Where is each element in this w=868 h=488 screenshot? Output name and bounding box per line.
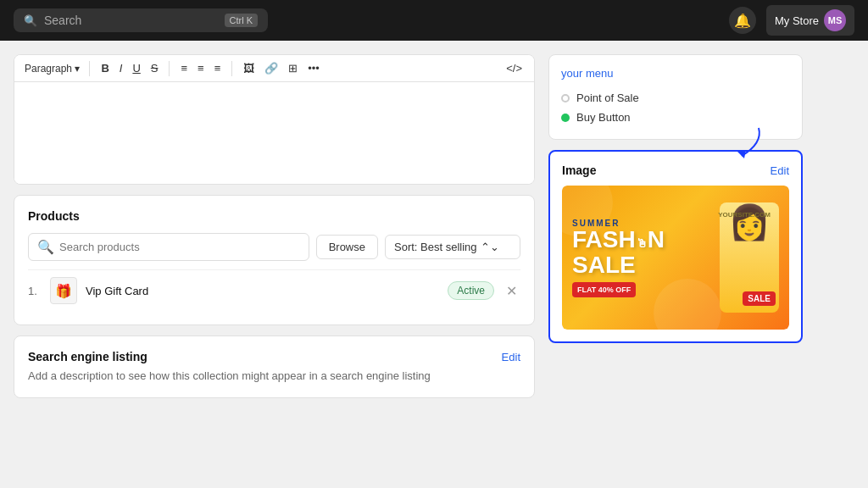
channel-status-dot-active xyxy=(561,114,570,122)
sort-selector[interactable]: Sort: Best selling ⌃⌄ xyxy=(385,235,520,259)
underline-button[interactable]: U xyxy=(129,60,143,76)
align-group: ≡ ≡ ≡ xyxy=(177,60,224,76)
banner-sale-text: SALE xyxy=(572,252,720,279)
insert-group: 🖼 🔗 ⊞ ••• xyxy=(240,60,323,76)
product-search-input-wrap[interactable]: 🔍 xyxy=(28,233,309,261)
svg-marker-0 xyxy=(737,150,746,158)
italic-button[interactable]: I xyxy=(116,60,126,76)
products-search-row: 🔍 Browse Sort: Best selling ⌃⌄ xyxy=(28,233,520,261)
product-thumbnail: 🎁 xyxy=(50,277,77,304)
products-section-title: Products xyxy=(28,209,520,223)
products-card: Products 🔍 Browse Sort: Best selling ⌃⌄ … xyxy=(14,195,535,325)
notifications-button[interactable]: 🔔 xyxy=(729,7,756,34)
fashion-text-part2: N xyxy=(648,226,665,252)
channel-name: Point of Sale xyxy=(576,92,639,104)
sort-chevron-icon: ⌃⌄ xyxy=(481,241,499,253)
bold-button[interactable]: B xyxy=(97,60,112,76)
banner-right-content: YOURSITE.COM 👩 SALE xyxy=(720,202,779,313)
left-panel: Paragraph ▾ B I U S ≡ ≡ ≡ 🖼 xyxy=(14,54,535,474)
browse-button[interactable]: Browse xyxy=(316,235,378,259)
seo-edit-link[interactable]: Edit xyxy=(502,351,520,363)
product-row: 1. 🎁 Vip Gift Card Active ✕ xyxy=(28,269,520,311)
image-preview-area: SUMMER FASH🖱N SALE FLAT 40% OFF YOURSITE… xyxy=(562,186,789,330)
channel-status-dot xyxy=(561,94,570,103)
remove-product-button[interactable]: ✕ xyxy=(503,283,520,299)
paragraph-group: Paragraph ▾ xyxy=(23,61,81,76)
global-search-bar[interactable]: 🔍 Search Ctrl K xyxy=(14,8,268,32)
banner-sale-badge: SALE xyxy=(743,291,776,306)
link-button[interactable]: 🔗 xyxy=(261,60,281,76)
right-panel: your menu Point of Sale Buy Button Image xyxy=(548,54,803,474)
search-shortcut: Ctrl K xyxy=(225,14,259,27)
product-number: 1. xyxy=(28,285,42,297)
nav-right-actions: 🔔 My Store MS xyxy=(729,5,854,36)
channel-name-buy: Buy Button xyxy=(576,111,631,124)
top-navigation: 🔍 Search Ctrl K 🔔 My Store MS xyxy=(0,0,868,41)
banner-url: YOURSITE.COM xyxy=(718,211,771,219)
toolbar-divider-2 xyxy=(169,61,170,76)
banner-image: SUMMER FASH🖱N SALE FLAT 40% OFF YOURSITE… xyxy=(562,186,789,330)
paragraph-selector[interactable]: Paragraph ▾ xyxy=(23,61,81,76)
align-right-button[interactable]: ≡ xyxy=(211,60,225,76)
image-insert-button[interactable]: 🖼 xyxy=(240,60,258,76)
more-button[interactable]: ••• xyxy=(304,60,323,76)
channel-item-buy: Buy Button xyxy=(561,108,790,127)
seo-card: Search engine listing Edit Add a descrip… xyxy=(14,336,535,398)
product-search-icon: 🔍 xyxy=(37,239,54,255)
product-name: Vip Gift Card xyxy=(86,285,439,297)
status-badge: Active xyxy=(448,281,494,300)
banner-left-content: SUMMER FASH🖱N SALE FLAT 40% OFF xyxy=(572,219,720,297)
editor-card: Paragraph ▾ B I U S ≡ ≡ ≡ 🖼 xyxy=(14,54,535,185)
image-card-title: Image xyxy=(562,164,596,177)
image-card: Image Edit SUMMER FASH🖱N SALE FLAT 40% O… xyxy=(548,150,803,343)
toolbar-divider-1 xyxy=(89,61,90,76)
toolbar-divider-3 xyxy=(231,61,232,76)
main-container: Paragraph ▾ B I U S ≡ ≡ ≡ 🖼 xyxy=(0,41,868,488)
sort-label: Sort: Best selling xyxy=(394,241,477,253)
fashion-text-part1: FASH xyxy=(572,226,636,252)
your-menu-link[interactable]: your menu xyxy=(561,67,790,80)
search-label: Search xyxy=(44,14,81,27)
table-button[interactable]: ⊞ xyxy=(285,60,301,76)
align-center-button[interactable]: ≡ xyxy=(194,60,208,76)
image-card-header: Image Edit xyxy=(562,164,789,177)
product-search-input[interactable] xyxy=(59,241,300,253)
seo-description: Add a description to see how this collec… xyxy=(28,369,520,384)
cursor-icon: 🖱 xyxy=(636,237,648,249)
banner-discount: FLAT 40% OFF xyxy=(572,282,636,297)
store-name-label: My Store xyxy=(775,14,819,27)
search-icon: 🔍 xyxy=(24,14,37,27)
channel-item-pos: Point of Sale xyxy=(561,88,790,108)
editor-toolbar: Paragraph ▾ B I U S ≡ ≡ ≡ 🖼 xyxy=(14,55,534,82)
banner-fashion-text: FASH🖱N xyxy=(572,228,720,252)
seo-header: Search engine listing Edit xyxy=(28,350,520,363)
seo-title: Search engine listing xyxy=(28,350,147,363)
avatar: MS xyxy=(824,9,846,31)
strikethrough-button[interactable]: S xyxy=(147,60,162,76)
image-edit-link[interactable]: Edit xyxy=(771,164,789,177)
store-selector-button[interactable]: My Store MS xyxy=(766,5,854,36)
arrow-annotation xyxy=(716,126,767,164)
align-left-button[interactable]: ≡ xyxy=(177,60,191,76)
formatting-group: B I U S xyxy=(97,60,161,76)
editor-content-area[interactable] xyxy=(14,82,534,184)
code-button[interactable]: </> xyxy=(503,60,526,76)
